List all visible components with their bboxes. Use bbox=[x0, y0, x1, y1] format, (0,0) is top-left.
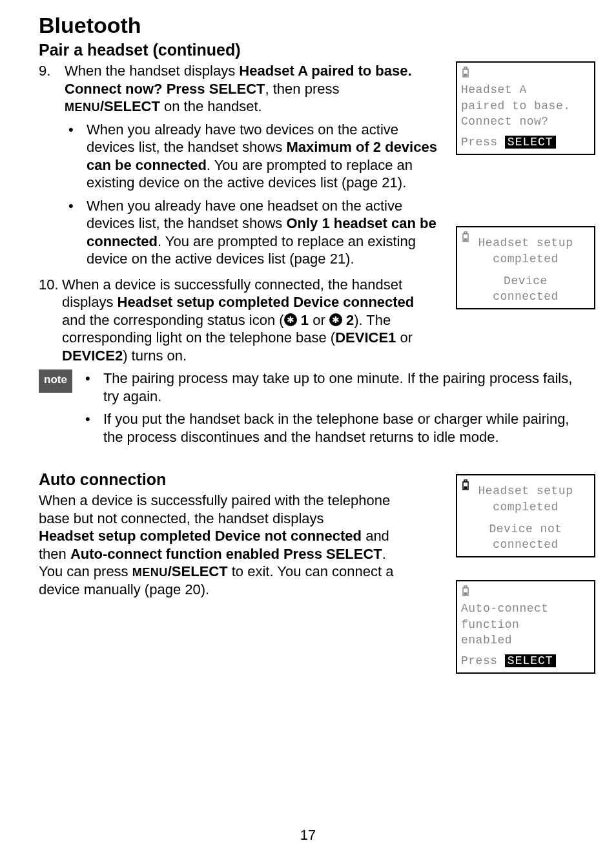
step9-end: on the handset. bbox=[160, 98, 262, 114]
note-badge: note bbox=[39, 369, 72, 393]
lcd1-l3: Connect now? bbox=[461, 114, 590, 129]
note-bullet-1: • The pairing process may take up to one… bbox=[81, 369, 577, 405]
lcd2-l2: completed bbox=[461, 251, 590, 267]
step10-mid2: or bbox=[309, 312, 329, 328]
lcd-screen-1: Headset A paired to base. Connect now? P… bbox=[456, 61, 595, 155]
lcd-screen-2: Headset setup completed Device connected bbox=[456, 226, 595, 309]
step9-bullet-2: • When you already have one headset on t… bbox=[65, 197, 439, 268]
device2-label: DEVICE2 bbox=[62, 348, 123, 364]
battery-icon bbox=[461, 231, 470, 243]
lcd3-l1: Headset setup bbox=[461, 483, 590, 499]
battery-icon bbox=[461, 585, 470, 597]
select-label-2: /SELECT bbox=[168, 563, 228, 579]
lcd-screen-3: Headset setup completed Device not conne… bbox=[456, 474, 595, 557]
step10-or: or bbox=[396, 329, 413, 346]
select-label: /SELECT bbox=[100, 98, 160, 114]
battery-icon bbox=[461, 67, 470, 78]
menu-label: MENU bbox=[65, 101, 100, 114]
lcd4-l2: function bbox=[461, 617, 590, 632]
lcd4-select-button: SELECT bbox=[505, 654, 556, 667]
lcd3-l2: completed bbox=[461, 499, 590, 515]
lcd4-l3: enabled bbox=[461, 632, 590, 648]
svg-rect-2 bbox=[464, 74, 467, 76]
bullet-icon: • bbox=[65, 121, 87, 192]
lcd4-press: Press bbox=[461, 654, 498, 667]
bt2-label: 2 bbox=[346, 312, 354, 328]
bluetooth-icon-2: ✱ bbox=[329, 313, 342, 326]
lcd-screen-4: Auto-connect function enabled Press SELE… bbox=[456, 580, 595, 674]
ac-bold1: Headset setup completed Device not conne… bbox=[39, 528, 362, 544]
lcd1-press: Press bbox=[461, 136, 498, 149]
lcd2-l3: Device bbox=[461, 273, 590, 289]
svg-rect-5 bbox=[464, 238, 467, 241]
step10-mid1: and the corresponding status icon ( bbox=[62, 312, 284, 328]
lcd1-l2: paired to base. bbox=[461, 98, 590, 114]
svg-rect-11 bbox=[464, 592, 467, 595]
note2-text: If you put the handset back in the telep… bbox=[103, 410, 577, 446]
note-bullet-2: • If you put the handset back in the tel… bbox=[81, 410, 577, 446]
svg-rect-8 bbox=[464, 486, 467, 489]
page-number: 17 bbox=[0, 827, 616, 844]
svg-rect-10 bbox=[464, 586, 467, 588]
step9-text-pre: When the handset displays bbox=[65, 63, 239, 79]
bt1-label: 1 bbox=[301, 312, 309, 328]
step-9-number: 9. bbox=[39, 62, 65, 273]
bluetooth-icon-1: ✱ bbox=[284, 313, 297, 326]
svg-rect-1 bbox=[464, 67, 467, 69]
note1-text: The pairing process may take up to one m… bbox=[103, 369, 577, 405]
step10-bold1: Headset setup completed Device connected bbox=[118, 294, 415, 310]
lcd1-l1: Headset A bbox=[461, 82, 590, 98]
lcd1-select-button: SELECT bbox=[505, 136, 556, 149]
lcd2-l4: connected bbox=[461, 289, 590, 304]
lcd4-l1: Auto-connect bbox=[461, 601, 590, 616]
note-block: note • The pairing process may take up t… bbox=[39, 369, 577, 451]
step10-end: ) turns on. bbox=[123, 348, 187, 364]
menu-label-2: MENU bbox=[132, 566, 168, 579]
bullet-icon: • bbox=[81, 410, 103, 446]
svg-rect-7 bbox=[464, 480, 467, 482]
ac-pre: When a device is successfully paired wit… bbox=[39, 492, 390, 526]
step-10-number: 10. bbox=[39, 276, 65, 365]
auto-connection-body: When a device is successfully paired wit… bbox=[39, 492, 400, 598]
step9-text-post: , then press bbox=[265, 81, 340, 97]
lcd3-l4: connected bbox=[461, 537, 590, 552]
bullet-icon: • bbox=[65, 197, 87, 268]
svg-rect-4 bbox=[464, 232, 467, 234]
step9-bullet-1: • When you already have two devices on t… bbox=[65, 121, 439, 192]
bullet-icon: • bbox=[81, 369, 103, 405]
lcd3-l3: Device not bbox=[461, 521, 590, 537]
device1-label: DEVICE1 bbox=[335, 329, 396, 346]
step-10: 10. When a device is successfully connec… bbox=[39, 276, 439, 365]
lcd2-l1: Headset setup bbox=[461, 235, 590, 251]
page-title: Bluetooth bbox=[39, 13, 577, 38]
ac-bold2: Auto-connect function enabled Press SELE… bbox=[70, 546, 382, 562]
section-heading-pair: Pair a headset (continued) bbox=[39, 41, 577, 59]
step-9: 9. When the handset displays Headset A p… bbox=[39, 62, 439, 273]
battery-icon bbox=[461, 479, 470, 491]
